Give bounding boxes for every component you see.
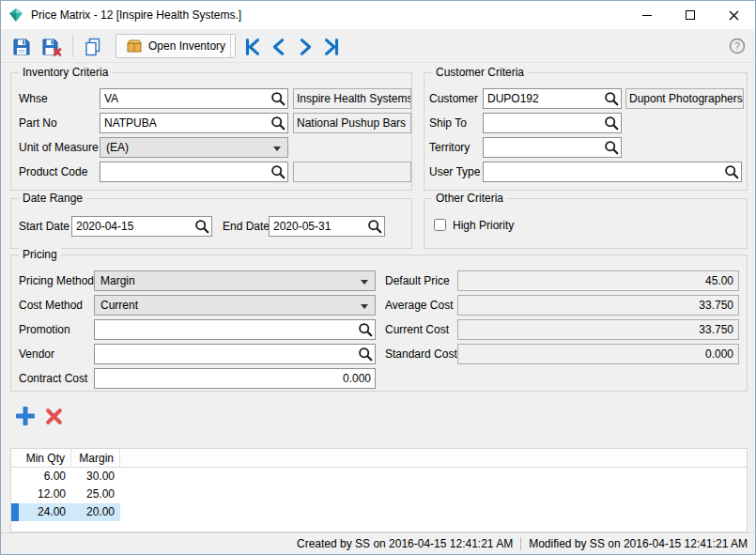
last-record-button[interactable] [320,36,343,58]
save-button[interactable] [10,36,33,58]
search-icon[interactable] [367,219,382,234]
current-cost-label: Current Cost [385,319,449,340]
toolbar-separator [230,35,231,57]
end-date-field [269,216,385,237]
search-icon[interactable] [724,164,739,179]
price-matrix-grid: Min Qty Margin 6.00 30.00 12.00 25.00 24… [10,448,748,532]
add-icon [14,405,37,427]
grid-header-min-qty[interactable]: Min Qty [19,449,71,467]
customer-criteria-group: Customer Criteria Customer Dupont Photog… [424,72,748,191]
margin-cell: 20.00 [71,503,120,521]
customer-input[interactable] [483,88,622,109]
search-icon[interactable] [358,322,373,337]
previous-record-button[interactable] [268,36,290,58]
product-code-field [100,162,288,182]
contract-cost-label: Contract Cost [19,368,87,389]
pricing-method-value: Margin [100,274,135,287]
pricing-method-select[interactable]: Margin [94,270,376,291]
save-close-button[interactable] [40,36,63,58]
customer-description: Dupont Photographers [625,88,744,109]
open-inventory-label: Open Inventory [148,39,225,53]
whse-description: Inspire Health Systems [293,88,411,109]
search-icon[interactable] [270,116,285,131]
customer-criteria-title: Customer Criteria [432,66,528,79]
next-record-button[interactable] [294,36,316,58]
svg-text:?: ? [734,40,740,52]
price-matrix-window: Price Matrix - 12 [Inspire Health System… [0,0,756,555]
contract-cost-input[interactable] [94,368,376,389]
created-info: Created by SS on 2016-04-15 12:41:21 AM [297,537,513,550]
window-title: Price Matrix - 12 [Inspire Health System… [31,8,241,22]
margin-cell: 25.00 [71,486,120,503]
grid-row[interactable]: 12.00 25.00 [11,486,747,503]
ship-to-field [483,113,622,133]
other-criteria-title: Other Criteria [432,192,507,205]
territory-field [483,137,622,158]
whse-input[interactable] [100,88,288,109]
part-no-label: Part No [19,113,57,133]
maximize-icon [686,10,695,20]
search-icon[interactable] [270,164,285,179]
promotion-input[interactable] [94,319,376,340]
first-record-icon [242,37,263,57]
part-no-description: National Pushup Bars [293,113,411,133]
user-type-field [483,162,742,182]
maximize-button[interactable] [669,1,712,29]
previous-record-icon [269,37,289,57]
part-no-input[interactable] [100,113,288,133]
copy-icon [83,37,103,57]
status-bar: Created by SS on 2016-04-15 12:41:21 AM … [1,532,755,554]
title-bar: Price Matrix - 12 [Inspire Health System… [1,1,755,29]
ship-to-input[interactable] [483,113,622,133]
start-date-label: Start Date [19,216,69,237]
margin-cell: 30.00 [71,468,120,486]
grid-row[interactable]: 6.00 30.00 [11,468,747,486]
start-date-input[interactable] [71,216,212,237]
part-no-field [100,113,288,133]
unit-of-measure-value: (EA) [106,141,129,154]
unit-of-measure-select[interactable]: (EA) [100,137,288,158]
whse-field [100,88,288,109]
whse-label: Whse [19,88,48,109]
unit-of-measure-label: Unit of Measure [19,137,99,158]
promotion-label: Promotion [19,319,70,340]
cost-method-label: Cost Method [19,295,83,316]
minimize-button[interactable] [625,1,669,29]
customer-label: Customer [429,88,478,109]
help-button[interactable]: ? [729,38,746,54]
search-icon[interactable] [270,91,285,106]
user-type-label: User Type [429,162,480,182]
high-priority-label: High Priority [453,215,514,236]
search-icon[interactable] [604,140,619,155]
add-row-button[interactable] [14,405,37,427]
first-record-button[interactable] [241,36,264,58]
search-icon[interactable] [604,91,619,106]
app-gem-icon [8,8,23,23]
grid-header-margin[interactable]: Margin [71,449,120,467]
pricing-group: Pricing Pricing Method Margin Cost Metho… [10,254,748,392]
territory-input[interactable] [483,137,622,158]
current-cost-value: 33.750 [457,319,739,340]
search-icon[interactable] [358,347,373,362]
ship-to-label: Ship To [429,113,467,133]
vendor-input[interactable] [94,344,376,364]
min-qty-cell: 6.00 [19,468,71,486]
user-type-input[interactable] [483,162,742,182]
grid-row-selected[interactable]: 24.00 20.00 [11,503,747,521]
default-price-label: Default Price [385,270,450,291]
grid-corner [11,449,19,467]
search-icon[interactable] [604,116,619,131]
delete-row-button[interactable] [44,407,64,426]
search-icon[interactable] [194,219,209,234]
product-code-input[interactable] [100,162,288,182]
save-icon [11,37,32,57]
high-priority-checkbox[interactable] [434,219,446,231]
average-cost-value: 33.750 [457,295,739,316]
cost-method-select[interactable]: Current [94,295,376,316]
close-button[interactable] [712,1,755,29]
row-indicator [11,468,19,486]
open-inventory-button[interactable]: Open Inventory [116,34,236,58]
grid-header: Min Qty Margin [11,449,747,468]
inventory-criteria-title: Inventory Criteria [19,66,112,79]
copy-button[interactable] [82,36,104,58]
